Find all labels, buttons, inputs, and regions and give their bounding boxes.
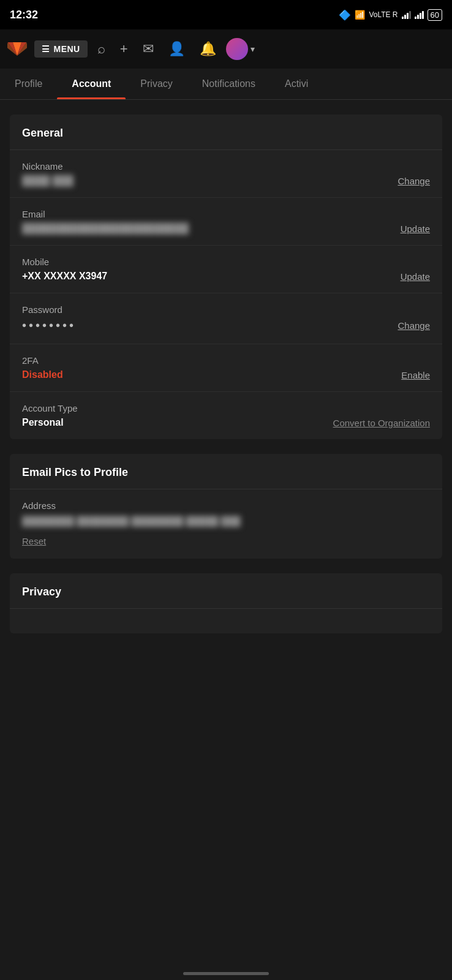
twofa-enable-button[interactable]: Enable (401, 370, 430, 380)
user-button[interactable]: 👤 (164, 39, 190, 59)
notification-dot-icon: 🔷 (339, 9, 351, 21)
menu-lines-icon: ☰ (42, 44, 50, 54)
chevron-down-icon: ▾ (250, 44, 255, 54)
wifi-icon: 📶 (355, 10, 365, 20)
account-type-label: Account Type (22, 403, 430, 413)
mobile-label: Mobile (22, 257, 430, 267)
tab-account[interactable]: Account (57, 69, 126, 99)
reset-address-button[interactable]: Reset (10, 536, 58, 559)
email-pics-section: Email Pics to Profile Address ████████ █… (10, 454, 442, 559)
general-section-header: General (10, 115, 442, 150)
email-label: Email (22, 209, 430, 219)
general-section: General Nickname ████ ███ Change Email █… (10, 115, 442, 439)
battery-icon: 60 (428, 9, 442, 21)
nickname-value: ████ ███ (22, 175, 390, 186)
address-label: Address (22, 500, 430, 511)
tab-profile[interactable]: Profile (0, 69, 57, 99)
create-button[interactable]: + (115, 39, 133, 59)
tab-notifications[interactable]: Notifications (187, 69, 270, 99)
nickname-label: Nickname (22, 161, 430, 172)
password-change-button[interactable]: Change (397, 320, 430, 331)
nickname-change-button[interactable]: Change (397, 176, 430, 186)
status-icons: 🔷 📶 VoLTE R 60 (339, 9, 442, 21)
content: General Nickname ████ ███ Change Email █… (0, 115, 452, 633)
search-button[interactable]: ⌕ (92, 39, 110, 59)
menu-label: MENU (54, 44, 80, 54)
bell-icon: 🔔 (200, 41, 216, 57)
account-type-value: Personal (22, 417, 326, 428)
email-field: Email ████████████████████████ Update (10, 198, 442, 246)
privacy-section: Privacy (10, 573, 442, 633)
tab-privacy[interactable]: Privacy (126, 69, 187, 99)
tabs-bar: Profile Account Privacy Notifications Ac… (0, 69, 452, 100)
password-field: Password •••••••• Change (10, 293, 442, 344)
address-field: Address ████████ ████████ ████████ █████… (10, 489, 442, 536)
email-update-button[interactable]: Update (401, 224, 430, 234)
email-pics-header: Email Pics to Profile (10, 454, 442, 489)
nav-bar: ☰ MENU ⌕ + ✉ 👤 🔔 ▾ (0, 29, 452, 69)
twofa-field: 2FA Disabled Enable (10, 344, 442, 392)
twofa-label: 2FA (22, 355, 430, 366)
notifications-button[interactable]: 🔔 (195, 39, 221, 59)
signal-bars-1 (402, 11, 411, 19)
status-bar: 12:32 🔷 📶 VoLTE R 60 (0, 0, 452, 29)
privacy-header: Privacy (10, 573, 442, 609)
mobile-update-button[interactable]: Update (401, 271, 430, 282)
plus-icon: + (120, 41, 128, 57)
mail-icon: ✉ (143, 41, 154, 57)
twofa-status: Disabled (22, 369, 394, 380)
search-icon: ⌕ (97, 41, 105, 57)
password-label: Password (22, 304, 430, 315)
status-time: 12:32 (10, 9, 38, 21)
user-icon: 👤 (168, 41, 185, 57)
menu-button[interactable]: ☰ MENU (34, 40, 88, 58)
convert-to-organization-button[interactable]: Convert to Organization (333, 418, 430, 428)
mail-button[interactable]: ✉ (138, 39, 159, 59)
home-indicator (183, 972, 269, 975)
tab-activity[interactable]: Activi (270, 69, 323, 99)
network-label: VoLTE R (369, 10, 397, 19)
mobile-value: +XX XXXXX X3947 (22, 271, 393, 282)
avatar[interactable] (226, 38, 248, 60)
password-value: •••••••• (22, 318, 390, 333)
nickname-field: Nickname ████ ███ Change (10, 150, 442, 198)
address-value: ████████ ████████ ████████ █████ ███ (22, 516, 430, 526)
mobile-field: Mobile +XX XXXXX X3947 Update (10, 246, 442, 293)
gitlab-logo-icon (7, 37, 27, 61)
account-type-field: Account Type Personal Convert to Organiz… (10, 392, 442, 439)
signal-bars-2 (415, 11, 424, 19)
email-value: ████████████████████████ (22, 223, 393, 234)
